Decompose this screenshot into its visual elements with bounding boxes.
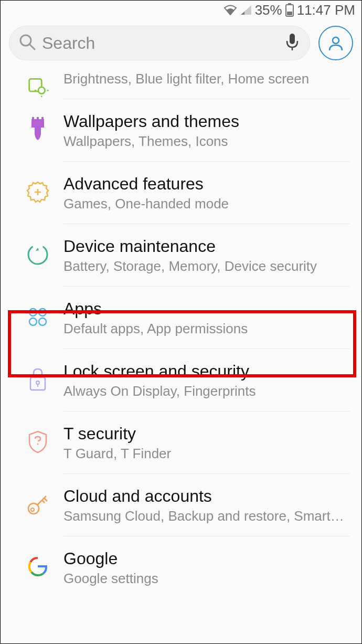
settings-item-display[interactable]: Brightness, Blue light filter, Home scre… xyxy=(1,68,361,99)
svg-line-31 xyxy=(37,496,46,505)
display-icon xyxy=(26,76,49,99)
apps-icon xyxy=(26,305,49,331)
settings-item-tsecurity[interactable]: T security T Guard, T Finder xyxy=(1,411,361,474)
battery-icon xyxy=(285,3,294,17)
item-title: Device maintenance xyxy=(63,237,350,256)
lock-icon xyxy=(27,367,48,394)
shield-icon xyxy=(27,429,49,457)
clock: 11:47 PM xyxy=(297,2,355,18)
status-bar: 35% 11:47 PM xyxy=(1,1,361,19)
key-icon xyxy=(25,492,50,519)
svg-point-30 xyxy=(31,508,34,511)
svg-rect-1 xyxy=(288,3,291,5)
google-icon xyxy=(26,555,49,580)
item-subtitle: Google settings xyxy=(63,571,350,587)
profile-button[interactable] xyxy=(318,26,353,60)
item-subtitle: Samsung Cloud, Backup and restore, Smart… xyxy=(63,508,350,524)
search-box[interactable]: Search xyxy=(9,26,310,60)
svg-point-23 xyxy=(29,318,37,325)
search-placeholder: Search xyxy=(42,34,279,53)
settings-item-google[interactable]: Google Google settings xyxy=(1,536,361,598)
item-title: T security xyxy=(63,424,350,444)
item-title: Wallpapers and themes xyxy=(63,112,350,131)
item-subtitle: T Guard, T Finder xyxy=(63,446,350,462)
user-icon xyxy=(327,35,344,51)
svg-line-32 xyxy=(44,498,47,501)
brush-icon xyxy=(27,117,48,144)
item-title: Google xyxy=(63,549,350,568)
settings-item-apps[interactable]: Apps Default apps, App permissions xyxy=(1,287,361,349)
item-subtitle: Default apps, App permissions xyxy=(63,321,350,337)
item-title: Cloud and accounts xyxy=(63,487,350,506)
mic-icon[interactable] xyxy=(285,33,299,54)
svg-point-26 xyxy=(36,381,39,384)
item-subtitle: Games, One-handed mode xyxy=(63,196,350,212)
svg-point-22 xyxy=(39,309,46,316)
settings-item-wallpapers[interactable]: Wallpapers and themes Wallpapers, Themes… xyxy=(1,99,361,162)
settings-item-cloud[interactable]: Cloud and accounts Samsung Cloud, Backup… xyxy=(1,474,361,536)
svg-rect-5 xyxy=(290,34,295,44)
svg-point-9 xyxy=(38,87,45,94)
item-title: Advanced features xyxy=(63,174,350,194)
settings-list: Brightness, Blue light filter, Home scre… xyxy=(1,68,361,598)
search-row: Search xyxy=(1,19,361,68)
svg-point-21 xyxy=(29,309,37,316)
maintenance-icon xyxy=(26,242,50,269)
wifi-icon xyxy=(223,5,237,15)
item-title: Apps xyxy=(63,299,350,319)
svg-rect-2 xyxy=(287,12,292,15)
svg-rect-14 xyxy=(31,119,44,128)
settings-item-lock[interactable]: Lock screen and security Always On Displ… xyxy=(1,349,361,411)
svg-line-4 xyxy=(30,45,35,49)
svg-line-33 xyxy=(42,500,45,503)
svg-point-7 xyxy=(333,37,339,44)
svg-point-28 xyxy=(37,443,39,445)
item-subtitle: Always On Display, Fingerprints xyxy=(63,383,350,399)
settings-item-advanced[interactable]: Advanced features Games, One-handed mode xyxy=(1,162,361,224)
gear-plus-icon xyxy=(26,180,50,206)
battery-percentage: 35% xyxy=(255,2,282,18)
search-icon xyxy=(19,34,36,52)
item-subtitle: Battery, Storage, Memory, Device securit… xyxy=(63,258,350,275)
item-title: Lock screen and security xyxy=(63,362,350,381)
settings-item-maintenance[interactable]: Device maintenance Battery, Storage, Mem… xyxy=(1,224,361,287)
svg-point-20 xyxy=(26,242,50,267)
item-subtitle: Brightness, Blue light filter, Home scre… xyxy=(63,71,350,87)
svg-point-24 xyxy=(39,318,46,325)
item-subtitle: Wallpapers, Themes, Icons xyxy=(63,133,350,150)
signal-icon xyxy=(240,5,252,15)
